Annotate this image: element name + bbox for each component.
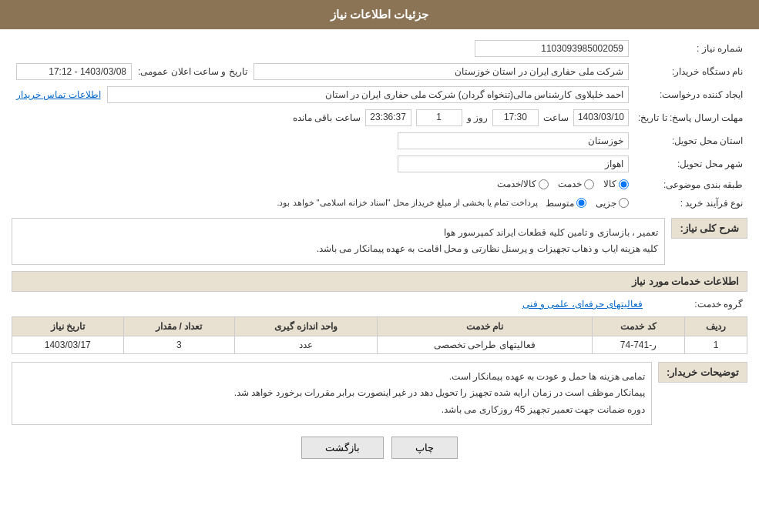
cell-quantity: 3 — [123, 336, 234, 353]
category-label-khedmat: خدمت — [558, 179, 582, 189]
table-row: 1ر-741-74فعالیتهای طراحی تخصصیعدد31403/0… — [12, 336, 747, 353]
contact-link[interactable]: اطلاعات تماس خریدار — [16, 89, 101, 100]
cell-unit: عدد — [234, 336, 377, 353]
buyer-notes-line1: تمامی هزینه ها حمل و عودت به عهده پیمانک… — [18, 369, 645, 386]
announce-date-label: تاریخ و ساعت اعلان عمومی: — [138, 66, 247, 77]
col-row-num: ردیف — [685, 316, 747, 336]
category-label-kala-khedmat: کالا/خدمت — [497, 179, 536, 189]
page-title: جزئیات اطلاعات نیاز — [331, 8, 428, 21]
process-radio-group: جزیی متوسط — [546, 198, 629, 209]
process-note: پرداخت تمام یا بخشی از مبلغ خریداز محل "… — [277, 198, 538, 208]
city-label: شهر محل تحویل: — [633, 152, 747, 176]
province-value: خوزستان — [398, 132, 629, 149]
cell-service_code: ر-741-74 — [592, 336, 685, 353]
services-table-body: 1ر-741-74فعالیتهای طراحی تخصصیعدد31403/0… — [12, 336, 747, 353]
response-days-value: 1 — [416, 109, 462, 126]
city-value: اهواز — [398, 156, 629, 172]
announce-date-value: 1403/03/08 - 17:12 — [16, 63, 132, 80]
need-number-row: شماره نیاز : 1103093985002059 — [12, 37, 747, 60]
creator-value: احمد خلیلاوی کارشناس مالی(تنخواه گردان) … — [107, 86, 629, 103]
response-days-label: روز و — [467, 112, 488, 123]
buyer-notes-header: توضیحات خریدار: — [658, 362, 747, 383]
buyer-notes-box: تمامی هزینه ها حمل و عودت به عهده پیمانک… — [12, 362, 652, 426]
process-label-jozei: جزیی — [596, 198, 616, 209]
description-section: شرح کلی نیاز: تعمیر ، بازسازی و تامین کل… — [12, 218, 747, 265]
category-label: طبقه بندی موضوعی: — [633, 176, 747, 195]
process-row: نوع فرآیند خرید : جزیی متوسط — [12, 195, 747, 212]
process-label: نوع فرآیند خرید : — [633, 195, 747, 212]
description-box: تعمیر ، بازسازی و تامین کلیه قطعات ایران… — [12, 218, 665, 265]
org-name-value: شرکت ملی حفاری ایران در استان خوزستان — [254, 63, 629, 80]
services-section-header: اطلاعات خدمات مورد نیاز — [12, 271, 747, 292]
page-wrapper: جزئیات اطلاعات نیاز شماره نیاز : 1103093… — [0, 0, 759, 532]
need-number-label: شماره نیاز : — [633, 37, 747, 60]
org-name-label: نام دستگاه خریدار: — [633, 60, 747, 83]
back-button[interactable]: بازگشت — [301, 437, 384, 459]
deadline-label: مهلت ارسال پاسخ: تا تاریخ: — [633, 106, 747, 129]
category-row: طبقه بندی موضوعی: کالا خدمت — [12, 176, 747, 195]
col-date: تاریخ نیاز — [12, 316, 124, 336]
buyer-notes-line3: دوره ضمانت جهت تعمیر تجهیز 45 روزکاری می… — [18, 402, 645, 419]
cell-service_name: فعالیتهای طراحی تخصصی — [377, 336, 592, 353]
process-radio-motavasset[interactable] — [576, 198, 586, 208]
category-option-kala-khedmat: کالا/خدمت — [497, 179, 549, 189]
category-option-kala: کالا — [603, 179, 629, 189]
info-table: شماره نیاز : 1103093985002059 نام دستگاه… — [12, 37, 747, 212]
response-time-label: ساعت — [543, 112, 569, 123]
city-row: شهر محل تحویل: اهواز — [12, 152, 747, 176]
buyer-notes-section: توضیحات خریدار: تمامی هزینه ها حمل و عود… — [12, 362, 747, 426]
category-radio-group: کالا خدمت کالا/خدمت — [497, 179, 629, 189]
process-option-jozei: جزیی — [596, 198, 629, 209]
description-line1: تعمیر ، بازسازی و تامین کلیه قطعات ایران… — [18, 225, 658, 242]
services-table-header: ردیف کد خدمت نام خدمت واحد اندازه گیری ت… — [12, 316, 747, 336]
description-header: شرح کلی نیاز: — [671, 218, 747, 239]
col-service-code: کد خدمت — [592, 316, 685, 336]
services-table: ردیف کد خدمت نام خدمت واحد اندازه گیری ت… — [12, 316, 747, 354]
response-remaining-value: 23:36:37 — [365, 109, 411, 126]
province-row: استان محل تحویل: خوزستان — [12, 129, 747, 152]
creator-row: ایجاد کننده درخواست: احمد خلیلاوی کارشنا… — [12, 83, 747, 106]
services-header-row: ردیف کد خدمت نام خدمت واحد اندازه گیری ت… — [12, 316, 747, 336]
need-number-value: 1103093985002059 — [475, 40, 629, 57]
process-radio-jozei[interactable] — [619, 198, 629, 208]
cell-date: 1403/03/17 — [12, 336, 124, 353]
process-label-motavasset: متوسط — [546, 198, 574, 209]
buyer-notes-line2: پیمانکار موظف است در زمان ارایه شده تجهی… — [18, 385, 645, 402]
col-unit: واحد اندازه گیری — [234, 316, 377, 336]
category-radio-kala[interactable] — [619, 179, 629, 189]
creator-label: ایجاد کننده درخواست: — [633, 83, 747, 106]
service-group-label: گروه خدمت: — [647, 296, 747, 313]
process-option-motavasset: متوسط — [546, 198, 586, 209]
org-announce-row: نام دستگاه خریدار: شرکت ملی حفاری ایران … — [12, 60, 747, 83]
category-label-kala: کالا — [603, 179, 616, 189]
service-group-value[interactable]: فعالیتهای حرفه‌ای، علمی و فنی — [522, 299, 643, 309]
response-remaining-label: ساعت باقی مانده — [293, 112, 361, 123]
response-time-value: 17:30 — [492, 109, 539, 126]
col-quantity: تعداد / مقدار — [123, 316, 234, 336]
category-radio-khedmat[interactable] — [584, 179, 594, 189]
service-group-row: گروه خدمت: فعالیتهای حرفه‌ای، علمی و فنی — [12, 296, 747, 313]
category-radio-kala-khedmat[interactable] — [539, 179, 549, 189]
response-date: 1403/03/10 — [573, 109, 629, 126]
service-group-table: گروه خدمت: فعالیتهای حرفه‌ای، علمی و فنی — [12, 296, 747, 313]
category-option-khedmat: خدمت — [558, 179, 594, 189]
print-button[interactable]: چاپ — [391, 437, 458, 459]
col-service-name: نام خدمت — [377, 316, 592, 336]
page-header: جزئیات اطلاعات نیاز — [0, 0, 759, 29]
action-buttons: چاپ بازگشت — [12, 425, 747, 470]
description-line2: کلیه هزینه ایاب و ذهاب تجهیزات و پرسنل ن… — [18, 241, 658, 258]
cell-row_num: 1 — [685, 336, 747, 353]
main-content: شماره نیاز : 1103093985002059 نام دستگاه… — [0, 29, 759, 478]
province-label: استان محل تحویل: — [633, 129, 747, 152]
deadline-row: مهلت ارسال پاسخ: تا تاریخ: 1403/03/10 سا… — [12, 106, 747, 129]
